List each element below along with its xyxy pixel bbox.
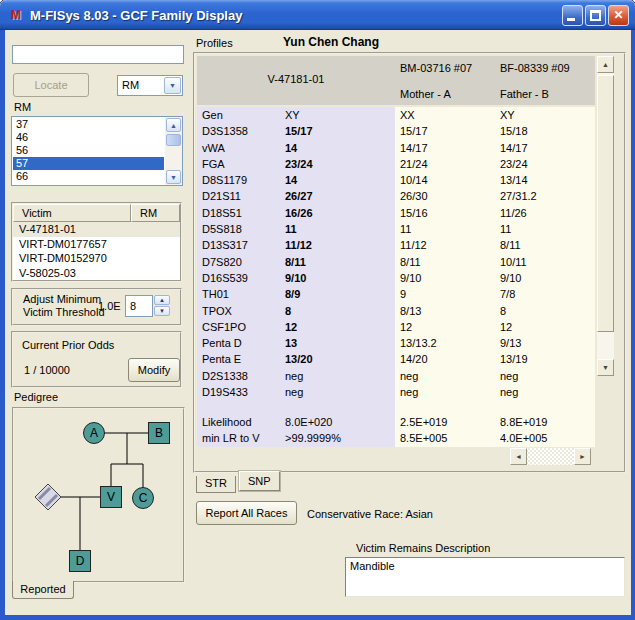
combobox-dropdown-button[interactable]: ▼: [164, 77, 181, 94]
grid-body: GenXYXXXYD3S135815/1715/1715/18vWA1414/1…: [197, 107, 595, 400]
mother-cell: 13/13.2: [395, 335, 495, 351]
father-cell: 13/14: [495, 172, 595, 188]
tab-snp[interactable]: SNP: [239, 471, 280, 491]
modify-button[interactable]: Modify: [128, 358, 180, 382]
victim-list-item[interactable]: VIRT-DM0177657: [13, 237, 180, 252]
victim-list-item[interactable]: V-58025-03: [13, 266, 180, 281]
victim-cell: 8/9: [280, 286, 395, 302]
pedigree-label: Pedigree: [14, 391, 58, 403]
grid-horizontal-scrollbar[interactable]: ◄ ►: [510, 448, 591, 465]
search-input[interactable]: [12, 45, 184, 64]
locus-cell: D5S818: [197, 221, 280, 237]
rm-listbox[interactable]: 3746565766 ▲ ▼: [11, 116, 183, 186]
victim-id-header[interactable]: V-47181-01: [197, 73, 395, 85]
profile-row: CSF1PO121212: [197, 319, 595, 335]
locus-cell: vWA: [197, 140, 280, 156]
locus-cell: D2S1338: [197, 368, 280, 384]
scroll-up-icon: ▲: [170, 122, 177, 129]
scroll-down-icon: ▼: [170, 174, 177, 181]
mother-cell: 8.5E+005: [395, 430, 495, 446]
victim-cell: 16/26: [280, 205, 395, 221]
pedigree-node-d[interactable]: D: [70, 551, 91, 572]
scrollbar-thumb[interactable]: [166, 134, 181, 146]
father-cell: 13/19: [495, 351, 595, 367]
pedigree-node-v[interactable]: V: [101, 487, 122, 508]
rm-column-header[interactable]: RM: [131, 204, 180, 222]
locate-button[interactable]: Locate: [13, 73, 89, 97]
profile-row: D21S1126/2726/3027/31.2: [197, 188, 595, 204]
rm-list-item[interactable]: 66: [13, 170, 164, 183]
pedigree-diagram: ABVCD: [14, 409, 183, 581]
close-button[interactable]: ✕: [608, 5, 629, 26]
scroll-right-button[interactable]: ►: [574, 448, 591, 465]
spinner-up-button[interactable]: ▲: [154, 295, 170, 305]
father-cell: 8: [495, 303, 595, 319]
scroll-up-button[interactable]: ▲: [166, 118, 181, 132]
victim-cell: 23/24: [280, 156, 395, 172]
combobox-value: RM: [122, 79, 139, 91]
victim-remains-textbox[interactable]: Mandible: [345, 557, 625, 597]
profiles-label: Profiles: [196, 37, 233, 49]
reported-tab[interactable]: Reported: [12, 581, 74, 599]
father-cell: 23/24: [495, 156, 595, 172]
rm-list-scrollbar[interactable]: ▲ ▼: [165, 117, 182, 185]
svg-text:A: A: [90, 426, 98, 440]
victim-cell: 14: [280, 140, 395, 156]
mother-id-header[interactable]: BM-03716 #07: [400, 62, 472, 74]
prior-odds-title: Current Prior Odds: [22, 339, 114, 351]
mother-cell: 9: [395, 286, 495, 302]
father-cell: neg: [495, 384, 595, 400]
tab-str[interactable]: STR: [196, 476, 236, 493]
maximize-button[interactable]: [585, 5, 606, 26]
svg-text:D: D: [76, 554, 85, 568]
father-cell: 9/13: [495, 335, 595, 351]
threshold-label: Adjust Minimum Victim Threshold: [23, 293, 105, 319]
profile-row: D5S818111111: [197, 221, 595, 237]
prior-odds-value: 1 / 10000: [24, 364, 70, 376]
pedigree-node-a[interactable]: A: [84, 423, 105, 444]
grid-vertical-scrollbar[interactable]: ▲ ▼: [597, 56, 614, 376]
scroll-left-icon: ◄: [515, 453, 522, 460]
father-cell: 11: [495, 221, 595, 237]
profile-row: D2S1338negnegneg: [197, 368, 595, 384]
victim-cell: 11: [280, 221, 395, 237]
father-cell: 4.0E+005: [495, 430, 595, 446]
scrollbar-thumb[interactable]: [597, 75, 614, 332]
father-id-header[interactable]: BF-08339 #09: [500, 62, 570, 74]
mother-cell: 26/30: [395, 188, 495, 204]
scroll-down-button[interactable]: ▼: [166, 170, 181, 184]
title-bar[interactable]: M M-FISys 8.03 - GCF Family Display ✕: [0, 0, 635, 30]
threshold-value-field[interactable]: 8: [125, 295, 153, 317]
victim-cell: neg: [280, 368, 395, 384]
father-cell: neg: [495, 368, 595, 384]
minimize-button[interactable]: [562, 5, 583, 26]
victim-list-item[interactable]: V-47181-01: [13, 222, 180, 237]
window-title: M-FISys 8.03 - GCF Family Display: [30, 8, 242, 23]
svg-text:C: C: [139, 491, 148, 505]
report-all-races-button[interactable]: Report All Races: [196, 501, 297, 525]
profile-row: vWA1414/1714/17: [197, 140, 595, 156]
pedigree-node-c[interactable]: C: [133, 488, 154, 509]
pedigree-node-unknown-mate[interactable]: [35, 484, 61, 510]
rm-list-label: RM: [14, 101, 31, 113]
scroll-up-icon: ▲: [602, 61, 609, 68]
victim-list-item[interactable]: VIRT-DM0152970: [13, 251, 180, 266]
profile-row: D8S11791410/1413/14: [197, 172, 595, 188]
prior-odds-panel: Current Prior Odds 1 / 10000 Modify: [11, 331, 182, 388]
rm-list-item[interactable]: 46: [13, 131, 164, 144]
rm-list-item[interactable]: 57: [13, 157, 164, 170]
locus-cell: D3S1358: [197, 123, 280, 139]
pedigree-node-b[interactable]: B: [149, 423, 170, 444]
scroll-up-button[interactable]: ▲: [597, 56, 614, 73]
spinner-down-button[interactable]: ▼: [154, 306, 170, 316]
mother-cell: 11/12: [395, 237, 495, 253]
pedigree-panel: ABVCD: [12, 407, 185, 583]
scroll-left-button[interactable]: ◄: [510, 448, 527, 465]
rm-list-item[interactable]: 37: [13, 118, 164, 131]
search-mode-combobox[interactable]: RM ▼: [117, 75, 183, 96]
grid-header: V-47181-01 BM-03716 #07 Mother - A BF-08…: [197, 56, 595, 105]
rm-list-item[interactable]: 56: [13, 144, 164, 157]
scroll-down-button[interactable]: ▼: [597, 359, 614, 376]
victim-column-header[interactable]: Victim: [13, 204, 131, 222]
father-cell: 14/17: [495, 140, 595, 156]
